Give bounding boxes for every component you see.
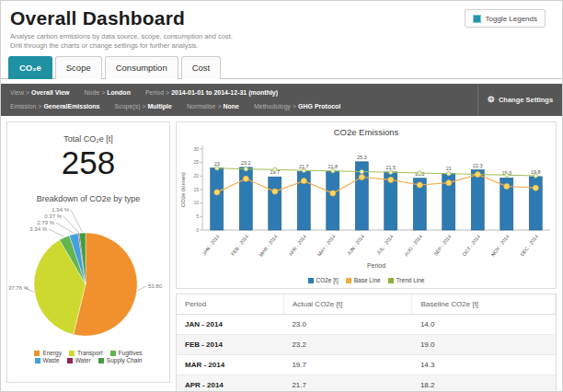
setting-view: View > Overall View xyxy=(10,89,70,96)
setting-label: View xyxy=(10,89,24,96)
pie-label-energy: 53.80 xyxy=(148,283,163,289)
bar-chart-panel: CO2e Emissions 051015202530CO2e (tonnes)… xyxy=(176,121,557,289)
cell-value: 21.7 xyxy=(283,375,411,392)
setting-label: Node xyxy=(85,89,100,96)
legend-label: Supply Chain xyxy=(107,357,143,363)
legend-item-waste: Waste xyxy=(35,357,60,363)
setting-label: Emission xyxy=(10,103,36,110)
period-data-table: PeriodActual CO2e [t]Baseline CO2e [t] J… xyxy=(177,294,556,392)
cell-value: 23.0 xyxy=(283,315,411,335)
setting-label: Period xyxy=(145,89,164,96)
pie-label-water: 0.37 % xyxy=(44,213,62,219)
svg-text:0: 0 xyxy=(196,227,199,233)
setting-value: 2014-01-01 to 2014-12-31 (monthly) xyxy=(171,89,278,96)
setting-separator: > xyxy=(164,89,171,96)
page-subtitle: Analyse carbon emissions by data source,… xyxy=(10,32,233,51)
table-header-row: PeriodActual CO2e [t]Baseline CO2e [t] xyxy=(177,294,556,315)
svg-text:20: 20 xyxy=(193,173,199,179)
bar-jan-2014[interactable] xyxy=(211,168,224,231)
svg-text:MAR - 2014: MAR - 2014 xyxy=(258,234,278,258)
svg-text:23: 23 xyxy=(214,161,220,167)
svg-text:21: 21 xyxy=(446,167,452,172)
svg-text:JAN - 2014: JAN - 2014 xyxy=(201,234,220,257)
svg-text:21.8: 21.8 xyxy=(327,164,338,169)
cell-period: MAR - 2014 xyxy=(177,355,283,375)
setting-scope-s: Scope(s) > Multiple xyxy=(114,103,171,110)
total-co2e-label: Total CO₂e [t] xyxy=(63,134,113,144)
legend-item-trend-line: Trend Line xyxy=(388,277,425,283)
pie-label-fugitives: 3.34 % xyxy=(29,226,47,232)
table-body: JAN - 201423.014.0FEB - 201423.219.0MAR … xyxy=(177,315,556,392)
cell-value: 14.0 xyxy=(412,315,556,335)
toggle-legends-label: Toggle Legends xyxy=(486,15,538,23)
setting-label: Normalise xyxy=(187,103,216,110)
dashboard-content: Total CO₂e [t] 258 Breakdown of CO2e by … xyxy=(1,116,562,392)
setting-normalise: Normalise > None xyxy=(187,103,239,110)
cell-value: 18.2 xyxy=(412,375,556,392)
legend-swatch xyxy=(67,358,73,363)
tab-co-e[interactable]: CO₂e xyxy=(8,56,52,79)
cell-period: FEB - 2014 xyxy=(177,335,283,355)
svg-text:JUL - 2014: JUL - 2014 xyxy=(375,234,395,256)
legend-item-fugitives: Fugitives xyxy=(110,350,143,356)
svg-text:23.2: 23.2 xyxy=(241,160,251,166)
svg-text:MAY - 2014: MAY - 2014 xyxy=(316,234,337,257)
legend-label: Base Line xyxy=(354,277,381,283)
data-table-panel: PeriodActual CO2e [t]Baseline CO2e [t] J… xyxy=(176,294,557,392)
setting-value: London xyxy=(107,89,131,96)
legend-swatch xyxy=(110,351,116,356)
setting-methodology: Methodology > GHG Protocol xyxy=(254,103,340,110)
tab-consumption[interactable]: Consumption xyxy=(105,56,178,79)
change-settings-label: Change Settings xyxy=(499,96,553,104)
column-header-baseline-co2e-t: Baseline CO2e [t] xyxy=(412,294,556,315)
setting-label: Methodology xyxy=(254,103,291,110)
bar-dec-2014[interactable] xyxy=(529,177,542,230)
checkbox-icon xyxy=(473,15,481,23)
svg-text:30: 30 xyxy=(193,146,199,152)
svg-text:NOV - 2014: NOV - 2014 xyxy=(490,234,511,258)
page-title: Overall Dashboard xyxy=(10,7,233,29)
pie-label-supply-chain: 1.94 % xyxy=(52,207,69,213)
bar-may-2014[interactable] xyxy=(327,171,339,230)
gear-icon: ⚙ xyxy=(488,96,495,104)
bar-oct-2014[interactable] xyxy=(471,170,484,230)
bar-chart[interactable]: 051015202530CO2e (tonnes)2323.219.721.72… xyxy=(178,138,554,272)
legend-label: Trend Line xyxy=(396,277,425,283)
bar-chart-legend: CO2e [t]Base LineTrend Line xyxy=(178,276,554,287)
legend-label: CO2e [t] xyxy=(316,277,339,283)
toggle-legends-button[interactable]: Toggle Legends xyxy=(465,9,546,28)
setting-separator: > xyxy=(291,103,298,110)
legend-swatch xyxy=(388,278,394,283)
svg-text:25: 25 xyxy=(193,160,199,166)
settings-summary: View > Overall ViewNode > LondonPeriod >… xyxy=(1,84,477,116)
legend-label: Waste xyxy=(43,357,60,363)
pie-label-transport: 37.76 % xyxy=(8,285,29,291)
setting-emission: Emission > GeneralEmissions xyxy=(10,103,99,110)
subtitle-line-2: Drill through the charts or change setti… xyxy=(10,41,233,51)
settings-line-1: View > Overall ViewNode > LondonPeriod >… xyxy=(10,87,468,98)
settings-bar: View > Overall ViewNode > LondonPeriod >… xyxy=(1,84,562,116)
legend-label: Water xyxy=(75,357,91,363)
bar-chart-title: CO2e Emissions xyxy=(178,124,554,138)
base-line-line[interactable] xyxy=(217,175,536,194)
setting-value: Overall View xyxy=(31,89,70,96)
right-column: CO2e Emissions 051015202530CO2e (tonnes)… xyxy=(176,121,557,392)
svg-text:JUN - 2014: JUN - 2014 xyxy=(346,234,365,257)
y-axis-label: CO2e (tonnes) xyxy=(180,172,186,207)
cell-value: 19.0 xyxy=(412,335,556,355)
tab-cost[interactable]: Cost xyxy=(181,56,222,79)
pie-chart[interactable]: 53.8037.76 %3.34 %2.79 %0.37 %1.94 % xyxy=(6,203,170,349)
cell-value: 19.7 xyxy=(283,355,411,375)
cell-period: APR - 2014 xyxy=(177,375,283,392)
svg-text:FEB - 2014: FEB - 2014 xyxy=(230,234,249,257)
bar-mar-2014[interactable] xyxy=(269,177,282,230)
column-header-period: Period xyxy=(177,294,283,315)
trend-line-line[interactable] xyxy=(217,168,536,176)
tab-scope[interactable]: Scope xyxy=(55,56,102,79)
svg-text:22.3: 22.3 xyxy=(473,163,483,168)
legend-item-transport: Transport xyxy=(69,350,103,356)
legend-swatch xyxy=(346,278,351,283)
svg-text:10: 10 xyxy=(193,201,199,206)
change-settings-button[interactable]: ⚙ Change Settings xyxy=(477,84,562,116)
svg-text:5: 5 xyxy=(196,213,199,219)
